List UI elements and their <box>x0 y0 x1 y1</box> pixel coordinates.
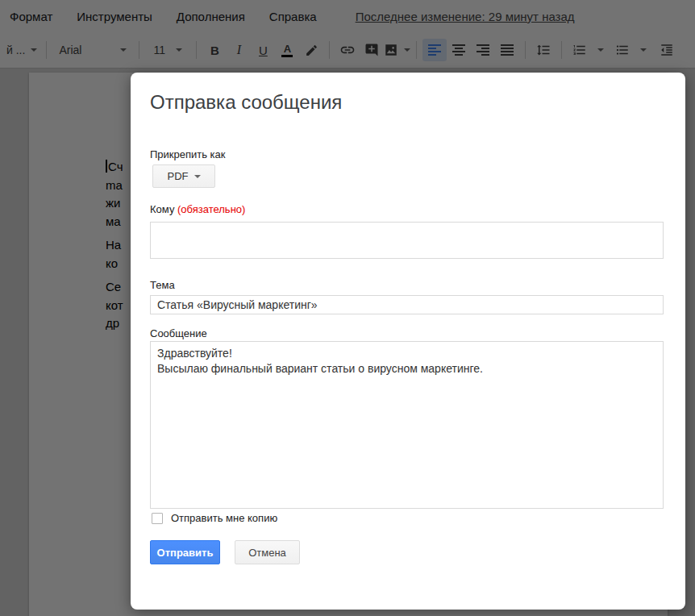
subject-input[interactable] <box>150 295 664 314</box>
send-button[interactable]: Отправить <box>150 540 220 564</box>
message-label: Сообщение <box>150 327 207 339</box>
attach-format-value: PDF <box>168 170 189 182</box>
subject-label: Тема <box>150 279 175 291</box>
google-docs-screen: Формат Инструменты Дополнения Справка По… <box>0 0 695 616</box>
cancel-button[interactable]: Отмена <box>235 540 300 564</box>
send-copy-label: Отправить мне копию <box>171 512 277 524</box>
to-input[interactable] <box>150 222 664 259</box>
to-label: Кому (обязательно) <box>150 203 245 215</box>
send-copy-row: Отправить мне копию <box>152 512 277 524</box>
message-textarea[interactable]: Здравствуйте! Высылаю финальный вариант … <box>150 341 664 509</box>
chevron-down-icon <box>194 175 201 178</box>
attach-format-dropdown[interactable]: PDF <box>152 164 215 188</box>
required-note: (обязательно) <box>177 203 245 215</box>
dialog-title: Отправка сообщения <box>150 91 342 114</box>
attach-as-label: Прикрепить как <box>150 148 226 160</box>
email-dialog: Отправка сообщения Прикрепить как PDF Ко… <box>131 73 685 610</box>
send-copy-checkbox[interactable] <box>152 513 163 524</box>
